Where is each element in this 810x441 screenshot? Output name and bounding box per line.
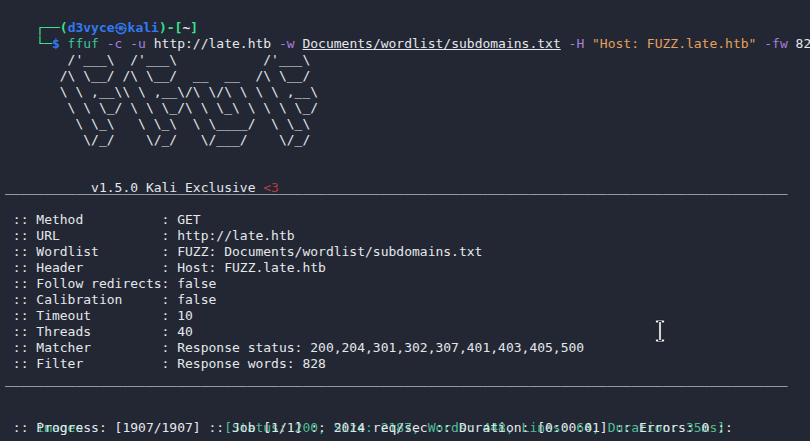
config-value: Response words: 828 (177, 356, 326, 371)
config-sep: : (162, 308, 178, 323)
config-prefix: :: (5, 260, 36, 275)
config-label: Follow redirects (36, 276, 161, 292)
blank-line (5, 196, 810, 212)
config-sep: : (162, 356, 178, 371)
command-wordlist-path: Documents/wordlist/subdomains.txt (302, 36, 560, 51)
command-fw-value: 828 (796, 36, 810, 51)
blank-line (5, 388, 810, 404)
command-program: ffuf (60, 36, 107, 51)
ascii-art-line: \ \_\ \ \_\ \ \____/ \ \_\ (5, 116, 810, 132)
config-label: Filter (36, 356, 161, 372)
separator-line: ________________________________________… (5, 372, 810, 388)
config-line-header: :: Header: Host: FUZZ.late.htb (5, 260, 810, 276)
prompt-at-icon: ㉿ (115, 20, 128, 35)
config-sep: : (162, 244, 178, 259)
command-url: http://late.htb (154, 36, 279, 51)
ascii-art-line: \ \ ,__\\ \ ,__\/\ \/\ \ \ \ ,__\ (5, 84, 810, 100)
config-prefix: :: (5, 308, 36, 323)
config-prefix: :: (5, 276, 36, 291)
config-line-threads: :: Threads: 40 (5, 324, 810, 340)
command-flag-w: -w (279, 36, 302, 51)
config-line-filter: :: Filter: Response words: 828 (5, 356, 810, 372)
config-sep: : (162, 228, 178, 243)
config-label: Calibration (36, 292, 161, 308)
config-value: Host: FUZZ.late.htb (177, 260, 326, 275)
command-flag-c: -c (107, 36, 130, 51)
prompt-line-top: ┌──(d3vyce㉿kali)-[~] (5, 4, 810, 20)
command-flag-fw: -fw (756, 36, 795, 51)
config-value: 10 (177, 308, 193, 323)
config-label: Matcher (36, 340, 161, 356)
prompt-dollar: $ (52, 36, 60, 51)
config-line-calibration: :: Calibration: false (5, 292, 810, 308)
config-sep: : (162, 292, 178, 307)
config-label: Wordlist (36, 244, 161, 260)
config-value: 40 (177, 324, 193, 339)
prompt-username: d3vyce (68, 20, 115, 35)
prompt-frame-mid: )-[ (159, 20, 182, 35)
config-line-matcher: :: Matcher: Response status: 200,204,301… (5, 340, 810, 356)
ascii-art-line: \ \ \_/ \ \ \_/\ \ \_\ \ \ \ \_/ (5, 100, 810, 116)
config-label: Method (36, 212, 161, 228)
config-value: false (177, 276, 216, 291)
prompt-hostname: kali (128, 20, 159, 35)
ascii-art-line: /\ \__/ /\ \__/ __ __ /\ \__/ (5, 68, 810, 84)
command-flag-h: -H (561, 36, 592, 51)
config-prefix: :: (5, 212, 36, 227)
config-sep: : (162, 324, 178, 339)
config-label: Threads (36, 324, 161, 340)
config-line-method: :: Method: GET (5, 212, 810, 228)
config-line-timeout: :: Timeout: 10 (5, 308, 810, 324)
config-sep: : (162, 212, 178, 227)
config-line-wordlist: :: Wordlist: FUZZ: Documents/wordlist/su… (5, 244, 810, 260)
config-sep: : (162, 260, 178, 275)
ascii-art-line: /'___\ /'___\ /'___\ (5, 52, 810, 68)
config-sep: : (162, 340, 178, 355)
config-label: Header (36, 260, 161, 276)
config-value: GET (177, 212, 200, 227)
command-flag-u: -u (130, 36, 153, 51)
command-header-string: "Host: FUZZ.late.htb" (592, 36, 756, 51)
version-line: v1.5.0 Kali Exclusive <3 (5, 164, 810, 180)
prompt-frame-bottom: └─ (36, 36, 52, 51)
config-prefix: :: (5, 356, 36, 371)
config-label: Timeout (36, 308, 161, 324)
config-prefix: :: (5, 244, 36, 259)
config-value: Response status: 200,204,301,302,307,401… (177, 340, 584, 355)
prompt-frame-open: ┌──( (36, 20, 67, 35)
config-sep: : (162, 276, 178, 291)
terminal-window[interactable]: ┌──(d3vyce㉿kali)-[~] └─$ ffuf -c -u http… (0, 0, 810, 441)
config-prefix: :: (5, 340, 36, 355)
separator-line: ________________________________________… (5, 180, 810, 196)
config-value: false (177, 292, 216, 307)
prompt-frame-close: ] (190, 20, 198, 35)
config-value: http://late.htb (177, 228, 294, 243)
blank-line (5, 148, 810, 164)
config-prefix: :: (5, 228, 36, 243)
ascii-art-line: \/_/ \/_/ \/___/ \/_/ (5, 132, 810, 148)
progress-line: :: Progress: [1907/1907] :: Job [1/1] ::… (5, 420, 810, 436)
config-prefix: :: (5, 324, 36, 339)
config-prefix: :: (5, 292, 36, 307)
config-value: FUZZ: Documents/wordlist/subdomains.txt (177, 244, 482, 259)
config-line-follow-redirects: :: Follow redirects: false (5, 276, 810, 292)
config-label: URL (36, 228, 161, 244)
result-line: images[Status: 200, Size: 2187, Words: 4… (5, 404, 810, 420)
config-line-url: :: URL: http://late.htb (5, 228, 810, 244)
